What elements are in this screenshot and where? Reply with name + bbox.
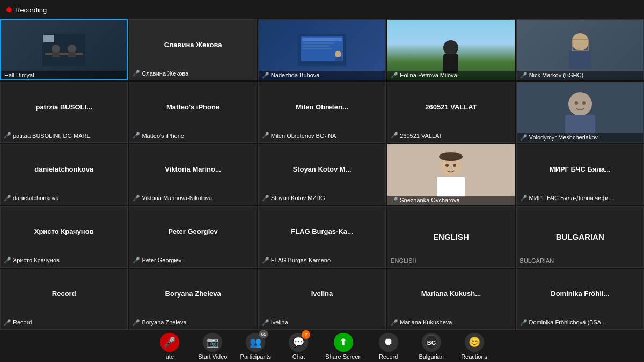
tile-nick-markov[interactable]: 🎤 Nick Markov (BSHC) [516,19,644,80]
start-video-button[interactable]: 📷 Start Video [196,333,229,360]
start-video-label: Start Video [198,353,227,360]
tile-text-name: ENGLISH [433,232,469,241]
tile-volodymyr[interactable]: 🎤 Volodymyr Meshcheriakov [516,82,644,143]
tile-milen-obreten[interactable]: Milen Obreten... 🎤 Milen Obretenov BG- N… [258,82,386,143]
svg-point-28 [439,152,463,161]
mute-icon: 🎤 [160,333,179,352]
svg-rect-18 [569,50,591,69]
tile-record[interactable]: Record 🎤 Record [0,269,128,330]
participants-count: 65 [259,330,268,338]
tile-text-name: Dominika Fröhli... [548,287,611,300]
tile-text-name: patrzia BUSOLI... [33,101,94,113]
chat-badge: 7 [302,330,310,339]
tile-text-name: Mariana Kukush... [419,287,483,300]
chat-icon: 💬 7 [289,333,308,352]
tile-text-name: Peter Georgiev [166,225,220,238]
recording-label: Recording [15,6,47,14]
record-button[interactable]: ⏺ Record [372,333,405,360]
tile-english[interactable]: ENGLISH ENGLISH [387,206,515,268]
share-screen-button[interactable]: ⬆ Share Screen [325,333,361,360]
svg-point-23 [582,101,586,105]
svg-point-26 [445,164,449,167]
svg-text:BG: BG [427,339,436,346]
tile-hall-dimyat[interactable]: Hall Dimyat [0,19,128,80]
tile-matteos-iphone[interactable]: Matteo's iPhone 🎤 Matteo's iPhone [129,82,257,143]
tile-sne-label: 🎤 Snezhanka Ovcharova [387,196,514,205]
tile-text-label: 🎤 Matteo's iPhone [133,132,184,139]
svg-rect-6 [43,35,54,42]
svg-point-27 [453,164,456,167]
tile-dominika-frohli[interactable]: Dominika Fröhli... 🎤 Dominika Fröhlichov… [516,269,644,330]
tile-eolina-petrova[interactable]: 🎤 Eolina Petrova Milova [387,19,515,80]
tile-260521-vallat[interactable]: 260521 VALLAT 🎤 260521 VALLAT [387,82,515,143]
tile-text-label: 🎤 Record [4,319,32,326]
svg-rect-21 [565,115,595,135]
reactions-label: Reactions [461,353,487,360]
svg-point-15 [443,40,458,55]
bulgarian-button[interactable]: BG Bulgarian [415,333,448,360]
tile-text-name: Record [50,287,78,300]
tile-text-label: 🎤 patrzia BUSOLINI, DG MARE [4,132,91,139]
tile-text-label: 🎤 Dominika Fröhlichová (BSA... [520,319,606,326]
svg-rect-11 [302,45,329,47]
tile-text-name: 260521 VALLAT [423,101,479,113]
svg-point-4 [68,45,76,53]
svg-rect-25 [437,177,465,197]
tile-text-label: 🎤 Boryana Zheleva [133,319,186,326]
participants-label: Participants [240,353,271,360]
tile-slavina-zhekova[interactable]: Славина Жекова 🎤 Славина Жекова [129,19,257,80]
tile-text-label: 🎤 FLAG Burgas-Kameno [262,257,331,264]
svg-rect-14 [335,57,342,61]
svg-point-2 [52,45,60,53]
tile-text-label: ENGLISH [391,257,416,264]
tile-mariana-kukush[interactable]: Mariana Kukush... 🎤 Mariana Kukusheva [387,269,515,330]
tile-text-name: BULGARIAN [556,232,604,241]
svg-point-20 [568,92,592,116]
tile-text-name: МИРГ БЧС Бяла... [547,163,613,175]
tile-stoyan-kotov[interactable]: Stoyan Kotov M... 🎤 Stoyan Kotov MZHG [258,144,386,205]
mute-button[interactable]: 🎤 ute [153,333,186,360]
tile-name-top: Славина Жекова [162,39,224,51]
tile-peter-georgiev[interactable]: Peter Georgiev 🎤 Peter Georgiev [129,206,257,268]
svg-rect-1 [45,53,83,55]
tile-mirg-bcs[interactable]: МИРГ БЧС Бяла... 🎤 МИРГ БЧС Бяла-Долни ч… [516,144,644,205]
svg-rect-5 [68,52,76,57]
tile-hall-label: Hall Dimyat [1,71,127,79]
tile-text-name: FLAG Burgas-Ka... [289,225,355,238]
video-icon: 📷 [203,333,222,352]
reactions-button[interactable]: 😊 Reactions [458,333,491,360]
svg-point-13 [335,51,341,57]
tile-bulgarian[interactable]: BULGARIAN BULGARIAN [516,206,644,268]
video-grid: Hall Dimyat Славина Жекова 🎤 Славина Жек… [0,19,644,330]
tile-outdoor-label: 🎤 Eolina Petrova Milova [387,71,514,80]
tile-vol-label: 🎤 Volodymyr Meshcheriakov [517,133,643,142]
tile-text-label: 🎤 danielatchonkova [4,195,59,202]
tile-hristo-krachunov[interactable]: Христо Крачунов 🎤 Христо Крачунов [0,206,128,268]
tile-text-name: Viktoria Marino... [163,163,223,175]
tile-boryana-zheleva[interactable]: Boryana Zheleva 🎤 Boryana Zheleva [129,269,257,330]
tile-viktoria-marino[interactable]: Viktoria Marino... 🎤 Viktoria Marinova-N… [129,144,257,205]
svg-point-22 [575,101,578,105]
tile-text-label: 🎤 Viktoria Marinova-Nikolova [133,195,212,202]
tile-snezhanka[interactable]: 🎤 Snezhanka Ovcharova [387,144,515,205]
tile-text-label: 🎤 Ivelina [262,319,288,326]
tile-ivelina[interactable]: Ivelina 🎤 Ivelina [258,269,386,330]
bulgarian-label: Bulgarian [419,353,443,360]
toolbar: 🎤 ute 📷 Start Video 👥 65 Participants 💬 … [0,330,644,362]
svg-rect-3 [52,52,60,57]
tile-text-label: 🎤 МИРГ БЧС Бяла-Долни чифл... [520,195,614,202]
tile-text-label: 🎤 Христо Крачунов [4,257,60,264]
tile-text-name: Milen Obreten... [294,101,350,113]
tile-text-name: Ivelina [309,287,335,300]
tile-patrzia-busolini[interactable]: patrzia BUSOLI... 🎤 patrzia BUSOLINI, DG… [0,82,128,143]
top-bar: Recording [0,0,644,19]
tile-text-name: danielatchonkova [32,163,96,175]
participants-button[interactable]: 👥 65 Participants [239,333,272,360]
tile-nadezhda-buhova[interactable]: 🎤 Nadezhda Buhova [258,19,386,80]
tile-text-label: BULGARIAN [520,257,554,264]
tile-text-name: Boryana Zheleva [163,287,223,300]
tile-danielatchonkova[interactable]: danielatchonkova 🎤 danielatchonkova [0,144,128,205]
recording-dot [6,7,12,12]
chat-button[interactable]: 💬 7 Chat [282,333,314,360]
tile-flag-burgas[interactable]: FLAG Burgas-Ka... 🎤 FLAG Burgas-Kameno [258,206,386,268]
